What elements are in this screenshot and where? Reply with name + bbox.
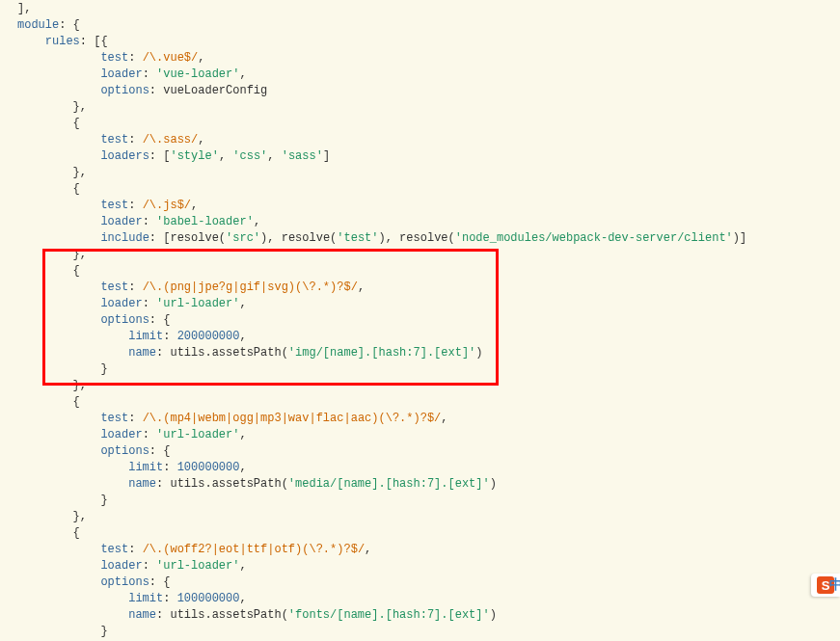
- code-line: {: [17, 394, 840, 411]
- code-line: limit: 100000000,: [17, 591, 840, 607]
- code-line: ],: [17, 1, 840, 17]
- code-line: {: [17, 181, 840, 198]
- code-line: options: {: [17, 443, 840, 460]
- code-line: loader: 'url-loader',: [17, 558, 840, 574]
- code-line: },: [17, 165, 840, 181]
- code-line: }: [17, 493, 840, 509]
- code-line: loader: 'url-loader',: [17, 296, 840, 312]
- code-line: test: /\.js$/,: [17, 198, 840, 214]
- code-line: {: [17, 263, 840, 280]
- code-line: loaders: ['style', 'css', 'sass']: [17, 148, 840, 165]
- code-line: test: /\.sass/,: [17, 132, 840, 148]
- code-block: ], module: { rules: [{ test: /\.vue$/, l…: [17, 1, 840, 640]
- code-line: },: [17, 378, 840, 394]
- code-line: options: {: [17, 312, 840, 329]
- code-line: name: utils.assetsPath('media/[name].[ha…: [17, 476, 840, 493]
- code-line: test: /\.(png|jpe?g|gif|svg)(\?.*)?$/,: [17, 280, 840, 296]
- code-line: },: [17, 247, 840, 263]
- code-line: },: [17, 509, 840, 525]
- ime-label: 中: [829, 576, 840, 593]
- code-line: loader: 'vue-loader',: [17, 67, 840, 83]
- code-line: rules: [{: [17, 34, 840, 50]
- code-line: {: [17, 525, 840, 542]
- code-line: limit: 200000000,: [17, 329, 840, 345]
- code-line: }: [17, 361, 840, 378]
- code-line: test: /\.(mp4|webm|ogg|mp3|wav|flac|aac)…: [17, 411, 840, 427]
- code-line: options: {: [17, 574, 840, 591]
- code-line: limit: 100000000,: [17, 460, 840, 476]
- code-line: loader: 'babel-loader',: [17, 214, 840, 230]
- code-line: module: {: [17, 17, 840, 34]
- code-line: options: vueLoaderConfig: [17, 83, 840, 99]
- code-line: test: /\.(woff2?|eot|ttf|otf)(\?.*)?$/,: [17, 542, 840, 558]
- code-line: },: [17, 99, 840, 116]
- code-line: include: [resolve('src'), resolve('test'…: [17, 230, 840, 247]
- code-line: {: [17, 116, 840, 132]
- code-line: name: utils.assetsPath('img/[name].[hash…: [17, 345, 840, 361]
- code-line: name: utils.assetsPath('fonts/[name].[ha…: [17, 607, 840, 624]
- code-line: }: [17, 624, 840, 640]
- code-line: loader: 'url-loader',: [17, 427, 840, 443]
- code-line: test: /\.vue$/,: [17, 50, 840, 67]
